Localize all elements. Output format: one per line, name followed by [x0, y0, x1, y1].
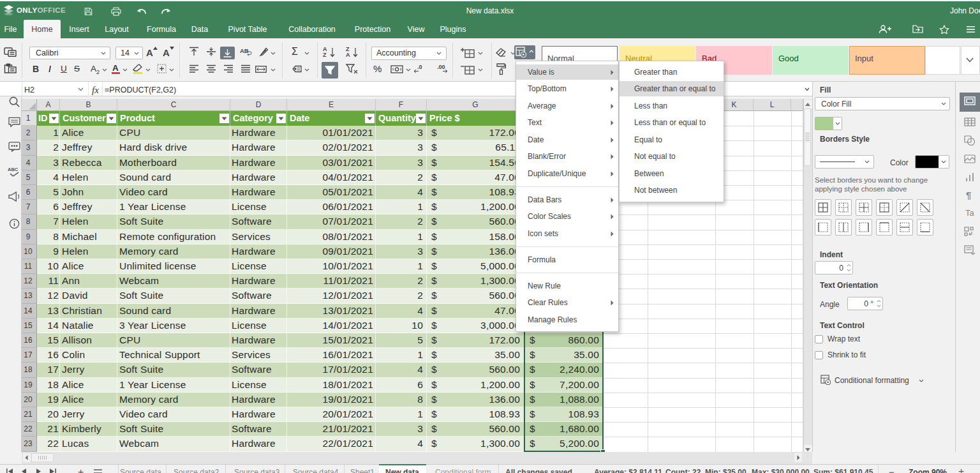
svg-text:.0: .0 [417, 64, 422, 70]
svg-text:.00: .00 [437, 64, 445, 70]
